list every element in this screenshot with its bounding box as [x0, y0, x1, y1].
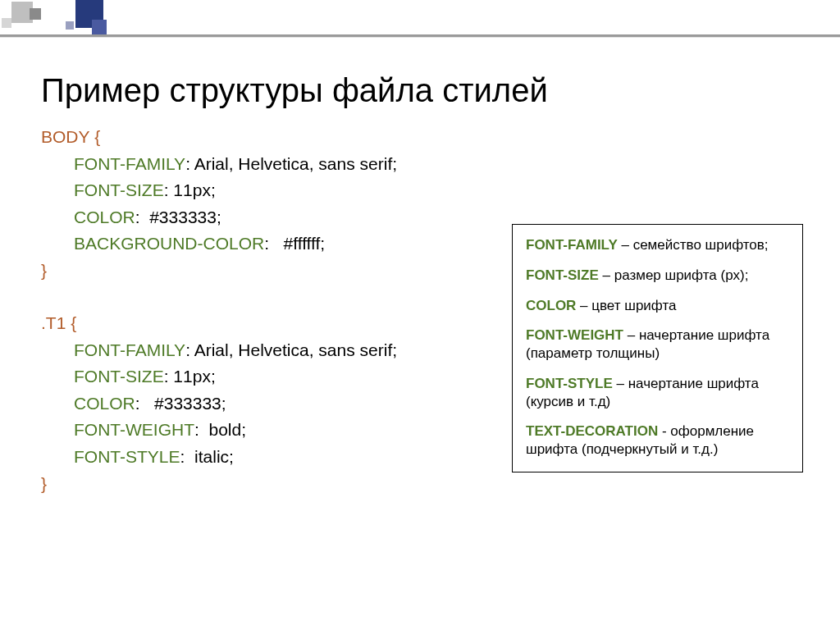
css-value: Arial, Helvetica, sans serif; [194, 154, 397, 173]
legend-desc: – семейство шрифтов; [618, 237, 769, 253]
close-brace: } [41, 474, 47, 493]
open-brace: { [66, 313, 76, 332]
css-value: italic; [189, 447, 234, 466]
legend-item: Text-decoration - оформление шрифта (под… [526, 422, 789, 459]
legend-box: Font-family – семейство шрифтов;Font-siz… [512, 224, 803, 472]
css-value: #333333; [144, 208, 221, 226]
page-title: Пример структуры файла стилей [41, 72, 804, 109]
css-value: 11px; [173, 367, 215, 386]
deco-square [66, 21, 74, 30]
legend-item: Font-family – семейство шрифтов; [526, 236, 789, 254]
css-property: font-weight [74, 420, 194, 439]
css-value: 11px; [173, 180, 215, 199]
legend-term: Color [526, 298, 576, 313]
css-property: font-style [74, 447, 180, 466]
legend-term: Font-family [526, 237, 618, 253]
legend-item: Font-size – размер шрифта (px); [526, 267, 789, 285]
css-property: color [74, 394, 135, 413]
deco-square [30, 8, 41, 20]
css-value: #ffffff; [274, 234, 325, 253]
legend-item: Color – цвет шрифта [526, 297, 789, 315]
deco-square [2, 18, 11, 28]
close-brace: } [41, 261, 47, 280]
css-property: background-color [74, 234, 264, 253]
corner-decoration [0, 0, 115, 49]
deco-square [92, 20, 107, 34]
open-brace: { [90, 127, 101, 146]
legend-term: Text-decoration [526, 423, 658, 439]
css-value: bold; [204, 420, 246, 439]
selector: .T1 [41, 313, 66, 332]
legend-item: Font-weight – начертание шрифта (парамет… [526, 326, 789, 363]
css-property: font-family [74, 154, 185, 173]
css-property: font-size [74, 180, 164, 199]
declaration-line: font-size: 11px; [41, 177, 804, 204]
legend-desc: – размер шрифта (px); [599, 267, 749, 283]
legend-term: Font-style [526, 376, 613, 391]
selector-line: Body { [41, 124, 804, 151]
css-value: #333333; [144, 394, 226, 413]
header-rule [0, 34, 840, 37]
legend-term: Font-weight [526, 327, 623, 343]
css-value: Arial, Helvetica, sans serif; [194, 340, 397, 359]
legend-item: Font-style – начертание шрифта (курсив и… [526, 375, 789, 411]
declaration-line: font-family: Arial, Helvetica, sans seri… [41, 151, 804, 178]
legend-term: Font-size [526, 267, 599, 283]
selector: Body [41, 127, 90, 146]
css-property: color [74, 208, 135, 226]
slide-content: Пример структуры файла стилей Body {font… [41, 72, 804, 505]
legend-desc: – цвет шрифта [576, 298, 676, 313]
css-property: font-family [74, 340, 185, 359]
css-property: font-size [74, 367, 164, 386]
